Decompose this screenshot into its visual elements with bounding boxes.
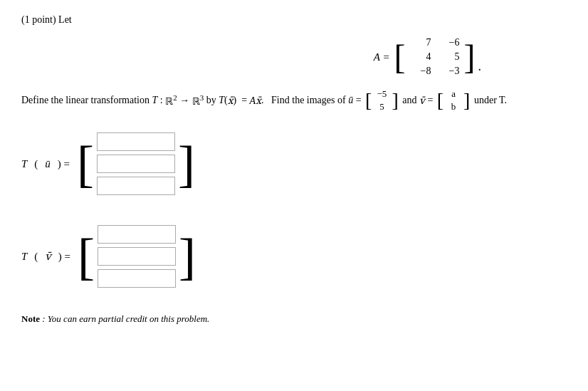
Tu-section: T ( ū ) = [ ] bbox=[21, 128, 567, 199]
matrix-A-grid: 7 −6 4 5 −8 −3 bbox=[406, 34, 464, 80]
note-bold: Note bbox=[21, 313, 40, 324]
Tv-input-0[interactable] bbox=[98, 225, 176, 244]
Tu-inputs bbox=[94, 128, 178, 199]
v-val-1: b bbox=[446, 101, 461, 113]
Tu-close: ) = bbox=[58, 158, 70, 170]
T-formula: T bbox=[219, 95, 224, 106]
v-bar-label: v̄ bbox=[419, 95, 425, 107]
matrix-cell-01: −6 bbox=[439, 37, 460, 48]
v-vector: [ a b ] bbox=[437, 87, 471, 114]
define-text: Define the linear transformation bbox=[21, 95, 149, 106]
Tu-matrix-wrap: [ ] bbox=[77, 128, 195, 199]
find-text: Find the images of bbox=[271, 95, 346, 106]
Tv-paren: ( bbox=[34, 251, 38, 263]
u-val-1: 5 bbox=[374, 101, 389, 113]
Ax-formula: Ax̄ bbox=[250, 95, 261, 107]
matrix-A-bracket-left: [ bbox=[394, 40, 406, 74]
Tv-close: ) = bbox=[58, 251, 70, 263]
u-bracket-left: [ bbox=[365, 90, 372, 110]
Tu-u: ū bbox=[45, 158, 51, 170]
Tv-bracket-right: ] bbox=[179, 231, 196, 282]
Tu-input-0[interactable] bbox=[97, 132, 175, 151]
v-bracket-left: [ bbox=[437, 90, 443, 110]
matrix-A-dot: . bbox=[478, 59, 482, 74]
v-val-0: a bbox=[446, 88, 461, 100]
matrix-A-section: A = [ 7 −6 4 5 −8 −3 ] . bbox=[21, 34, 481, 80]
Tv-input-2[interactable] bbox=[98, 269, 176, 288]
define-line: Define the linear transformation T : ℝ2 … bbox=[21, 87, 567, 114]
u-val-0: −5 bbox=[374, 88, 389, 100]
header-text: (1 point) Let bbox=[21, 14, 72, 25]
matrix-cell-10: 4 bbox=[410, 51, 431, 63]
matrix-cell-20: −8 bbox=[410, 66, 431, 77]
note-line: Note : You can earn partial credit on th… bbox=[21, 313, 567, 325]
matrix-cell-00: 7 bbox=[410, 37, 431, 48]
matrix-A-bracket-right: ] bbox=[464, 40, 476, 74]
Tu-input-1[interactable] bbox=[97, 155, 175, 173]
matrix-A-bracket-wrap: [ 7 −6 4 5 −8 −3 ] bbox=[394, 34, 476, 80]
Tv-inputs bbox=[95, 221, 179, 292]
problem-header: (1 point) Let bbox=[21, 14, 567, 26]
u-grid: −5 5 bbox=[372, 87, 392, 114]
domain-text: ℝ2 bbox=[165, 93, 177, 108]
codomain-text: ℝ3 bbox=[192, 93, 204, 108]
Tv-input-1[interactable] bbox=[98, 247, 176, 266]
v-grid: a b bbox=[443, 87, 463, 114]
Tv-label: T bbox=[21, 251, 27, 263]
Tv-bracket-left: [ bbox=[78, 231, 95, 282]
u-bar-label: ū bbox=[348, 95, 353, 106]
Tv-section: T ( v̄ ) = [ ] bbox=[21, 221, 567, 292]
u-vector: [ −5 5 ] bbox=[365, 87, 399, 114]
Tv-matrix-wrap: [ ] bbox=[78, 221, 196, 292]
u-bracket-right: ] bbox=[392, 90, 398, 110]
T-notation: T bbox=[152, 95, 157, 106]
Tu-input-2[interactable] bbox=[97, 177, 175, 195]
Tu-label: T bbox=[21, 158, 27, 170]
Tu-paren: ( bbox=[34, 158, 38, 170]
and-text: and bbox=[402, 95, 416, 106]
x-bar: x̄ bbox=[228, 95, 233, 107]
Tu-bracket-right: ] bbox=[178, 138, 195, 189]
matrix-A-label: A = bbox=[374, 51, 390, 63]
Tu-bracket-left: [ bbox=[77, 138, 94, 189]
Tv-v: v̄ bbox=[45, 250, 51, 263]
matrix-cell-11: 5 bbox=[439, 51, 460, 63]
matrix-cell-21: −3 bbox=[439, 66, 460, 77]
note-italic: : You can earn partial credit on this pr… bbox=[42, 313, 209, 324]
v-bracket-right: ] bbox=[463, 90, 470, 110]
by-text: by bbox=[206, 95, 216, 106]
under-T-text: under T. bbox=[474, 95, 507, 106]
